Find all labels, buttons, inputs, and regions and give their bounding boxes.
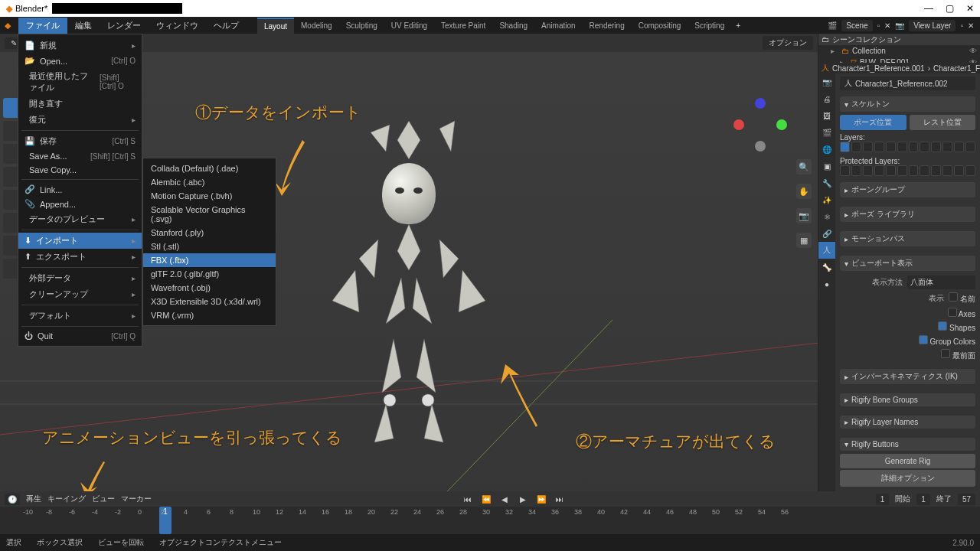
tab-constraints[interactable]: 🔗 — [818, 225, 835, 242]
tab-modeling[interactable]: Modeling — [294, 18, 339, 33]
tab-texture[interactable]: Texture Paint — [434, 18, 492, 33]
import-option[interactable]: Scalable Vector Graphics (.svg) — [143, 203, 276, 226]
tl-keying-menu[interactable]: キーイング — [47, 494, 86, 504]
outliner-item[interactable]: ▸▽BLW_DEF.001👁 — [818, 57, 980, 63]
import-option[interactable]: VRM (.vrm) — [143, 308, 276, 322]
datablock-field[interactable]: 人Character1_Reference.002 — [840, 77, 975, 90]
import-option[interactable]: X3D Extensible 3D (.x3d/.wrl) — [143, 295, 276, 308]
import-option[interactable]: glTF 2.0 (.glb/.gltf) — [143, 267, 276, 281]
tab-world[interactable]: 🌐 — [818, 141, 835, 158]
import-option[interactable]: Stanford (.ply) — [143, 226, 276, 240]
show-shapes-checkbox[interactable] — [938, 321, 947, 331]
scene-field[interactable]: Scene — [841, 20, 872, 31]
breadcrumb-1[interactable]: Character1_Reference.001 — [832, 64, 925, 73]
show-names-checkbox[interactable] — [949, 292, 958, 302]
file-append[interactable]: 📎Append... — [18, 197, 142, 211]
jump-end-button[interactable]: ⏭ — [554, 493, 566, 505]
frame-end[interactable]: 57 — [958, 494, 975, 505]
menu-edit[interactable]: 編集 — [67, 18, 100, 34]
delete-layer-button[interactable]: ✕ — [968, 21, 974, 30]
persp-icon[interactable]: ▦ — [796, 233, 812, 248]
tab-render[interactable]: 📷 — [818, 73, 835, 90]
camera-icon[interactable]: 📷 — [796, 208, 812, 223]
tab-view[interactable]: 🖼 — [818, 107, 835, 124]
delete-scene-button[interactable]: ✕ — [884, 21, 890, 30]
outliner[interactable]: 🗀シーンコレクション ▸🗀Collection👁▸▽BLW_DEF.001👁▸📷… — [818, 34, 980, 63]
tl-playback-menu[interactable]: 再生 — [26, 494, 41, 504]
file-recent[interactable]: 最近使用したファイル[Shift] [Ctrl] O — [18, 68, 142, 96]
options-dropdown[interactable]: オプション — [763, 36, 813, 50]
file-recover[interactable]: 復元▸ — [18, 112, 142, 128]
file-new[interactable]: 📄新規▸ — [18, 37, 142, 54]
file-saveas[interactable]: Save As...[Shift] [Ctrl] S — [18, 149, 142, 163]
rest-position-button[interactable]: レスト位置 — [910, 115, 976, 130]
minimize-button[interactable]: — — [924, 3, 933, 14]
tab-scene[interactable]: 🎬 — [818, 124, 835, 141]
section-motionpaths[interactable]: ▸ モーションパス — [840, 231, 975, 246]
nav-gizmo[interactable] — [733, 98, 787, 152]
file-import[interactable]: ⬇インポート▸ — [18, 233, 142, 249]
display-as-dropdown[interactable]: 八面体 — [907, 276, 976, 289]
tab-sculpting[interactable]: Sculpting — [339, 18, 384, 33]
file-export[interactable]: ⬆エクスポート▸ — [18, 249, 142, 265]
tl-marker-menu[interactable]: マーカー — [121, 494, 152, 504]
file-preview[interactable]: データのプレビュー▸ — [18, 211, 142, 227]
tab-bone[interactable]: 🦴 — [818, 259, 835, 276]
maximize-button[interactable]: ▢ — [946, 3, 954, 14]
file-open[interactable]: 📂Open...[Ctrl] O — [18, 54, 142, 68]
tab-material[interactable]: ● — [818, 276, 835, 292]
next-key-button[interactable]: ⏩ — [535, 493, 547, 505]
timeline-editor-icon[interactable]: 🕐 — [5, 494, 20, 505]
prev-key-button[interactable]: ⏪ — [480, 493, 492, 505]
play-rev-button[interactable]: ◀ — [498, 493, 511, 505]
frame-start[interactable]: 1 — [916, 494, 930, 505]
new-layer-button[interactable]: ▫ — [960, 21, 963, 30]
file-save[interactable]: 💾保存[Ctrl] S — [18, 133, 142, 149]
file-cleanup[interactable]: クリーンアップ▸ — [18, 286, 142, 302]
advanced-options-button[interactable]: 詳細オプション — [840, 470, 975, 487]
section-rigify-buttons[interactable]: ▾ Rigify Buttons — [840, 438, 975, 451]
tab-modifiers[interactable]: 🔧 — [818, 174, 835, 191]
section-bonegroups[interactable]: ▸ ボーングループ — [840, 182, 975, 197]
tab-armature-data[interactable]: 人 — [818, 242, 835, 259]
new-scene-button[interactable]: ▫ — [877, 21, 880, 30]
tab-particles[interactable]: ✨ — [818, 191, 835, 208]
import-option[interactable]: Alembic (.abc) — [143, 175, 276, 189]
generate-rig-button[interactable]: Generate Rig — [840, 454, 975, 468]
tab-scripting[interactable]: Scripting — [688, 18, 731, 33]
play-button[interactable]: ▶ — [517, 493, 529, 505]
file-quit[interactable]: ⏻Quit[Ctrl] Q — [18, 329, 142, 343]
show-axes-checkbox[interactable] — [948, 308, 957, 317]
file-savecopy[interactable]: Save Copy... — [18, 163, 142, 177]
import-option[interactable]: FBX (.fbx) — [143, 253, 276, 267]
breadcrumb-2[interactable]: Character1_F — [933, 64, 980, 73]
pose-position-button[interactable]: ポーズ位置 — [840, 115, 906, 130]
tab-output[interactable]: 🖨 — [818, 90, 835, 107]
tab-shading[interactable]: Shading — [492, 18, 534, 33]
file-defaults[interactable]: デフォルト▸ — [18, 308, 142, 324]
viewlayer-field[interactable]: View Layer — [909, 20, 956, 31]
menu-file[interactable]: ファイル — [18, 18, 67, 34]
show-groupcolors-checkbox[interactable] — [919, 335, 928, 344]
import-option[interactable]: Motion Capture (.bvh) — [143, 189, 276, 203]
section-ik[interactable]: ▸ インバースキネマティクス (IK) — [840, 369, 975, 384]
layers-grid[interactable] — [840, 142, 975, 152]
menu-help[interactable]: ヘルプ — [206, 18, 247, 34]
section-poselib[interactable]: ▸ ポーズ ライブラリ — [840, 207, 975, 222]
frame-current[interactable]: 1 — [876, 494, 890, 505]
file-revert[interactable]: 開き直す — [18, 96, 142, 112]
show-infront-checkbox[interactable] — [941, 349, 950, 358]
tab-uv[interactable]: UV Editing — [384, 18, 434, 33]
tab-compositing[interactable]: Compositing — [632, 18, 688, 33]
properties-panel[interactable]: 人Character1_Reference.002 ▾ スケルトン ポーズ位置 … — [835, 73, 980, 491]
import-option[interactable]: Stl (.stl) — [143, 240, 276, 253]
section-rigify-bg[interactable]: ▸ Rigify Bone Groups — [840, 393, 975, 406]
tab-physics[interactable]: ⚛ — [818, 208, 835, 225]
outliner-item[interactable]: ▸🗀Collection👁 — [818, 45, 980, 57]
protected-layers-grid[interactable] — [840, 165, 975, 176]
tl-view-menu[interactable]: ビュー — [92, 494, 115, 504]
tab-rendering[interactable]: Rendering — [583, 18, 632, 33]
zoom-icon[interactable]: 🔍 — [796, 159, 812, 174]
section-skeleton[interactable]: ▾ スケルトン — [840, 96, 975, 112]
add-workspace-button[interactable]: + — [731, 19, 745, 32]
